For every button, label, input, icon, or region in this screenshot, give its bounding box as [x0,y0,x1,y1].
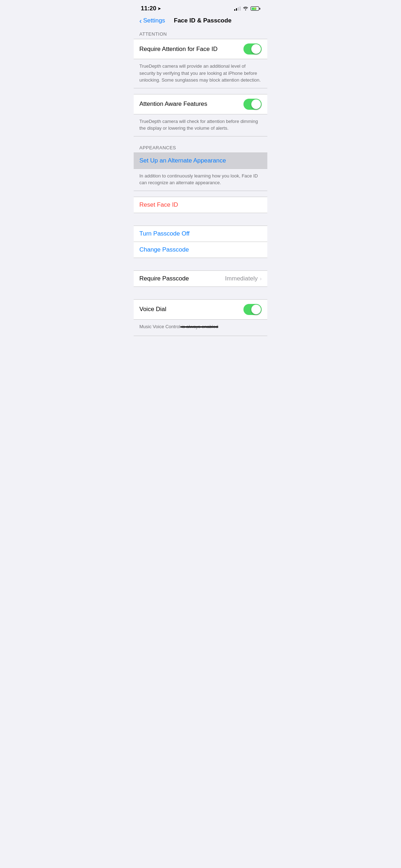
spacer-1 [134,88,267,94]
spacer-5 [134,258,267,270]
turn-passcode-off-label: Turn Passcode Off [139,230,190,237]
attention-aware-toggle[interactable] [243,99,262,110]
alternate-appearance-label: Set Up an Alternate Appearance [139,157,226,164]
require-attention-description: TrueDepth camera will provide an additio… [139,63,261,83]
battery-icon: ⚡ [251,6,260,11]
turn-passcode-off-cell[interactable]: Turn Passcode Off [134,226,267,242]
require-passcode-group: Require Passcode Immediately › [134,270,267,287]
alternate-appearance-cell[interactable]: Set Up an Alternate Appearance [134,153,267,169]
music-voice-control-text: Music Voice Control is always enabled [139,324,218,329]
attention-aware-label: Attention Aware Features [139,100,243,108]
nav-bar: ‹ Settings Face ID & Passcode [134,14,267,29]
page-title: Face ID & Passcode [144,17,262,24]
require-passcode-value: Immediately [225,275,258,282]
require-passcode-cell[interactable]: Require Passcode Immediately › [134,271,267,286]
alternate-appearance-group: Set Up an Alternate Appearance [134,153,267,169]
appearances-section-header: APPEARANCES [134,142,267,153]
signal-icon [234,6,241,11]
alternate-appearance-description-block: In addition to continuously learning how… [134,169,267,191]
location-arrow-icon: ➤ [158,6,161,11]
reset-face-id-group: Reset Face ID [134,197,267,213]
require-attention-cell[interactable]: Require Attention for Face ID [134,39,267,59]
reset-face-id-label: Reset Face ID [139,201,178,208]
spacer-6 [134,287,267,299]
toggle-knob-3 [251,305,261,314]
require-passcode-chevron-icon: › [260,275,262,281]
voice-dial-group: Voice Dial [134,299,267,320]
require-passcode-label: Require Passcode [139,275,225,282]
attention-aware-description: TrueDepth camera will check for attentio… [139,119,258,131]
spacer-4 [134,213,267,226]
toggle-knob-2 [251,99,261,109]
require-attention-label: Require Attention for Face ID [139,46,243,53]
alternate-appearance-description: In addition to continuously learning how… [139,173,258,186]
attention-aware-group: Attention Aware Features [134,94,267,114]
toggle-knob [251,44,261,54]
attention-aware-description-block: TrueDepth camera will check for attentio… [134,114,267,136]
attention-aware-cell[interactable]: Attention Aware Features [134,94,267,114]
wifi-icon [243,6,248,11]
require-attention-description-block: TrueDepth camera will provide an additio… [134,59,267,88]
time-display: 11:20 [141,5,156,12]
attention-section-header: ATTENTION [134,29,267,39]
voice-dial-toggle[interactable] [243,304,262,315]
music-voice-control-block: Music Voice Control is always enabled [134,320,267,336]
change-passcode-label: Change Passcode [139,246,189,253]
status-bar: 11:20 ➤ ⚡ [134,0,267,14]
voice-dial-label: Voice Dial [139,306,243,313]
passcode-group: Turn Passcode Off Change Passcode [134,226,267,258]
back-chevron-icon: ‹ [139,17,142,24]
status-time: 11:20 ➤ [141,5,161,12]
spacer-2 [134,136,267,142]
change-passcode-cell[interactable]: Change Passcode [134,242,267,258]
status-icons: ⚡ [234,6,260,11]
voice-dial-cell[interactable]: Voice Dial [134,300,267,319]
require-attention-toggle[interactable] [243,43,262,55]
reset-face-id-cell[interactable]: Reset Face ID [134,197,267,213]
require-attention-group: Require Attention for Face ID [134,39,267,59]
spacer-3 [134,191,267,197]
